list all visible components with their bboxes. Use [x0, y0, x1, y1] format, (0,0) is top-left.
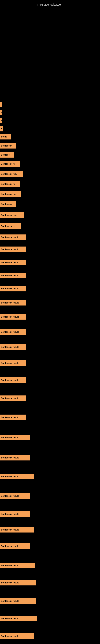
bar-4: B	[0, 126, 3, 132]
bar-39-label: Bottleneck result	[1, 635, 19, 637]
bar-35-label: Bottleneck result	[1, 564, 19, 567]
bar-5-label: Bottle	[1, 136, 7, 138]
bar-3-label: B	[1, 119, 2, 122]
bar-12: Bottleneck	[0, 201, 16, 207]
bar-6: Bottleneck	[0, 143, 16, 148]
bar-30-label: Bottleneck result	[1, 475, 19, 478]
bar-36: Bottleneck result	[0, 580, 36, 586]
bar-7-label: Bottlene	[1, 154, 10, 156]
bar-35: Bottleneck result	[0, 563, 35, 568]
bar-11-label: Bottleneck res	[1, 193, 16, 195]
bar-24-label: Bottleneck result	[1, 362, 19, 364]
bar-32-label: Bottleneck result	[1, 513, 19, 515]
bar-14-label: Bottleneck re	[1, 225, 15, 228]
bar-36-label: Bottleneck result	[1, 582, 19, 584]
bar-23-label: Bottleneck result	[1, 346, 19, 348]
bar-15: Bottleneck result	[0, 234, 26, 240]
bar-29: Bottleneck result	[0, 455, 30, 460]
bar-22: Bottleneck result	[0, 329, 26, 335]
bar-17: Bottleneck result	[0, 260, 26, 265]
bar-25-label: Bottleneck result	[1, 379, 19, 381]
bar-18-label: Bottleneck result	[1, 274, 19, 277]
bar-28-label: Bottleneck result	[1, 436, 19, 439]
bar-21: Bottleneck result	[0, 314, 26, 320]
bar-2-label: B	[1, 111, 2, 114]
bar-5: Bottle	[0, 134, 11, 140]
bar-9: Bottleneck resu	[0, 171, 23, 177]
bar-8-label: Bottleneck re	[1, 162, 15, 165]
bar-20: Bottleneck result	[0, 300, 26, 306]
bar-34-label: Bottleneck result	[1, 545, 19, 548]
bar-15-label: Bottleneck result	[1, 236, 19, 238]
bar-26: Bottleneck result	[0, 396, 26, 401]
bar-7: Bottlene	[0, 152, 14, 158]
bar-29-label: Bottleneck result	[1, 456, 19, 459]
bar-2: B	[0, 110, 2, 115]
bar-16: Bottleneck result	[0, 246, 26, 252]
bar-21-label: Bottleneck result	[1, 316, 19, 318]
bar-18: Bottleneck result	[0, 273, 26, 278]
bar-8: Bottleneck re	[0, 161, 20, 167]
bar-12-label: Bottleneck	[1, 203, 12, 205]
bar-38: Bottleneck result	[0, 616, 37, 621]
bar-10: Bottleneck re	[0, 181, 20, 187]
bar-10-label: Bottleneck re	[1, 183, 15, 185]
bar-33-label: Bottleneck result	[1, 528, 19, 531]
bar-9-label: Bottleneck resu	[1, 173, 17, 175]
bar-1: |	[0, 102, 1, 107]
bar-1-label: |	[1, 103, 1, 106]
bar-14: Bottleneck re	[0, 224, 21, 229]
bar-19: Bottleneck result	[0, 286, 26, 292]
bar-30: Bottleneck result	[0, 474, 34, 480]
bar-23: Bottleneck result	[0, 344, 26, 350]
bar-34: Bottleneck result	[0, 544, 30, 549]
bar-33: Bottleneck result	[0, 527, 34, 532]
bar-20-label: Bottleneck result	[1, 302, 19, 304]
bar-32: Bottleneck result	[0, 511, 30, 517]
bar-11: Bottleneck res	[0, 191, 21, 197]
bar-4-label: B	[1, 128, 2, 130]
bar-3: B	[0, 118, 2, 123]
bar-6-label: Bottleneck	[1, 144, 12, 147]
bar-13-label: Bottleneck resu	[1, 214, 17, 216]
bar-27: Bottleneck result	[0, 414, 26, 420]
bar-19-label: Bottleneck result	[1, 288, 19, 290]
bar-38-label: Bottleneck result	[1, 617, 19, 620]
bar-37: Bottleneck result	[0, 598, 36, 604]
bar-17-label: Bottleneck result	[1, 261, 19, 264]
bar-25: Bottleneck result	[0, 377, 26, 383]
bar-24: Bottleneck result	[0, 360, 26, 366]
bar-16-label: Bottleneck result	[1, 248, 19, 250]
bar-26-label: Bottleneck result	[1, 397, 19, 400]
bar-31: Bottleneck result	[0, 493, 30, 499]
bar-13: Bottleneck resu	[0, 212, 24, 218]
bar-37-label: Bottleneck result	[1, 600, 19, 602]
bar-22-label: Bottleneck result	[1, 331, 19, 333]
bar-39: Bottleneck result	[0, 633, 34, 639]
site-title: TheBottlenecker.com	[37, 1, 63, 7]
bar-31-label: Bottleneck result	[1, 495, 19, 497]
bar-27-label: Bottleneck result	[1, 416, 19, 418]
bar-28: Bottleneck result	[0, 435, 30, 440]
